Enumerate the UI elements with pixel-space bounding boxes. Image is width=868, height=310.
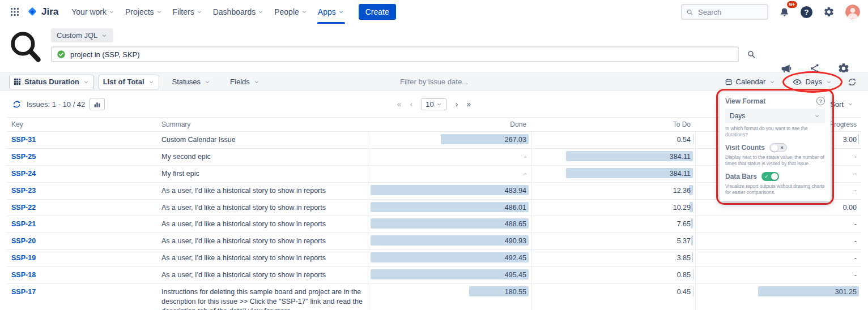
global-search-input[interactable]: [697, 7, 763, 17]
issue-key-link[interactable]: SSP-31: [11, 136, 36, 144]
popup-help-icon[interactable]: ?: [816, 97, 825, 105]
pagination-next[interactable]: ›: [456, 100, 458, 109]
jql-input[interactable]: project in (SSP, SKP): [51, 46, 739, 62]
data-bar: [691, 218, 693, 229]
fields-button[interactable]: Fields: [226, 75, 264, 89]
pagination: « ‹ 10 › »: [397, 98, 471, 110]
issue-key-cell: SSP-24: [7, 166, 157, 182]
sync-icon: [848, 78, 857, 87]
data-bar: [692, 252, 693, 262]
pagination-prev[interactable]: ‹: [410, 100, 413, 109]
nav-item-people[interactable]: People: [269, 0, 313, 24]
column-header-to-do[interactable]: To Do: [531, 118, 695, 131]
fields-label: Fields: [230, 78, 250, 86]
duration-value: -: [854, 170, 857, 178]
nav-item-label: People: [274, 7, 299, 16]
notifications-button[interactable]: 9+: [777, 5, 792, 20]
top-navigation: Jira Your workProjectsFiltersDashboardsP…: [0, 0, 868, 24]
table-row: SSP-21As a user, I'd like a historical s…: [7, 216, 861, 233]
popup-title: View Format: [725, 97, 765, 105]
issue-key-link[interactable]: SSP-22: [11, 204, 36, 212]
nav-right-cluster: 9+ ?: [681, 4, 860, 20]
data-bars-toggle[interactable]: ✓: [761, 172, 779, 181]
duration-value: 486.01: [505, 204, 526, 212]
nav-item-label: Projects: [125, 7, 154, 16]
duration-cell-in-progress: -: [695, 216, 861, 232]
issue-key-link[interactable]: SSP-24: [11, 170, 36, 178]
calendar-button[interactable]: Calendar: [721, 75, 780, 89]
nav-item-dashboards[interactable]: Dashboards: [208, 0, 270, 24]
statuses-button[interactable]: Statuses: [168, 75, 215, 89]
settings-button[interactable]: [821, 4, 837, 20]
calendar-icon: [725, 78, 733, 86]
duration-cell-done: -: [368, 166, 531, 182]
nav-item-filters[interactable]: Filters: [168, 0, 208, 24]
nav-item-apps[interactable]: Apps: [313, 0, 350, 24]
issue-key-link[interactable]: SSP-25: [11, 153, 36, 161]
issue-key-link[interactable]: SSP-21: [11, 220, 36, 228]
query-section: Custom JQL project in (SSP, SKP): [0, 24, 868, 72]
list-mode-button[interactable]: List of Total: [99, 75, 159, 89]
date-filter-input[interactable]: Filter by issue date...: [400, 78, 468, 86]
days-button[interactable]: Days: [789, 75, 836, 89]
notification-badge: 9+: [786, 0, 798, 9]
view-format-help-text: In which format do you want to see the d…: [725, 126, 825, 138]
nav-item-label: Apps: [318, 7, 336, 16]
view-type-button[interactable]: Status Duration: [9, 75, 94, 89]
refresh-button[interactable]: [10, 98, 23, 111]
issue-key-link[interactable]: SSP-18: [11, 271, 36, 279]
issue-key-link[interactable]: SSP-23: [11, 187, 36, 195]
duration-value: -: [524, 170, 526, 178]
grid-icon: [14, 78, 21, 85]
sync-button[interactable]: [845, 75, 859, 89]
duration-value: 490.93: [505, 237, 526, 245]
refresh-icon: [12, 100, 21, 109]
bar-chart-icon: [93, 101, 101, 108]
duration-value: 3.00: [843, 136, 857, 144]
magnifier-logo-icon: [9, 29, 43, 64]
view-format-select[interactable]: Days: [725, 109, 825, 123]
issue-summary: My second epic: [157, 149, 368, 165]
duration-cell-todo: 10.29: [531, 200, 695, 216]
column-header-key[interactable]: Key: [7, 118, 157, 131]
column-header-done[interactable]: Done: [368, 118, 531, 131]
user-avatar[interactable]: [845, 5, 860, 19]
jql-search-button[interactable]: [744, 48, 758, 61]
nav-item-label: Filters: [173, 7, 194, 16]
jql-mode-button[interactable]: Custom JQL: [51, 28, 113, 42]
nav-item-label: Your work: [71, 7, 107, 16]
duration-value: 301.25: [835, 288, 857, 296]
visit-counts-toggle[interactable]: ×: [769, 143, 787, 152]
pagination-last[interactable]: »: [466, 100, 471, 109]
duration-cell-in-progress: -: [695, 250, 861, 266]
toggle-knob: [771, 145, 778, 152]
global-search[interactable]: [681, 4, 768, 20]
help-button[interactable]: ?: [801, 6, 812, 18]
table-row: SSP-20As a user, I'd like a historical s…: [7, 233, 861, 250]
jira-logo[interactable]: Jira: [26, 6, 58, 18]
issue-key-link[interactable]: SSP-20: [11, 237, 36, 245]
nav-item-projects[interactable]: Projects: [120, 0, 168, 24]
create-button[interactable]: Create: [359, 4, 396, 20]
table-row: SSP-19As a user, I'd like a historical s…: [7, 250, 861, 267]
issue-key-link[interactable]: SSP-17: [11, 288, 36, 296]
duration-cell-todo: 12.36: [531, 183, 695, 199]
duration-value: 0.85: [677, 271, 691, 279]
pagination-first[interactable]: «: [397, 100, 402, 109]
issue-key-cell: SSP-23: [7, 183, 157, 199]
chart-view-button[interactable]: [90, 98, 105, 110]
nav-item-your-work[interactable]: Your work: [66, 0, 120, 24]
issue-key-cell: SSP-21: [7, 216, 157, 232]
duration-cell-in-progress: 301.25: [695, 284, 861, 310]
column-header-summary[interactable]: Summary: [157, 118, 368, 131]
page-size-select[interactable]: 10: [421, 98, 446, 110]
duration-value: -: [854, 254, 857, 262]
issue-key-link[interactable]: SSP-19: [11, 254, 36, 262]
duration-value: 10.29: [673, 204, 691, 212]
issue-summary: As a user, I'd like a historical story t…: [157, 250, 368, 266]
duration-cell-todo: 5.37: [531, 233, 695, 249]
duration-cell-done: 483.94: [368, 183, 531, 199]
duration-value: -: [854, 220, 857, 228]
app-switcher-icon[interactable]: [8, 5, 22, 19]
toggle-check-icon: ✓: [764, 174, 769, 179]
